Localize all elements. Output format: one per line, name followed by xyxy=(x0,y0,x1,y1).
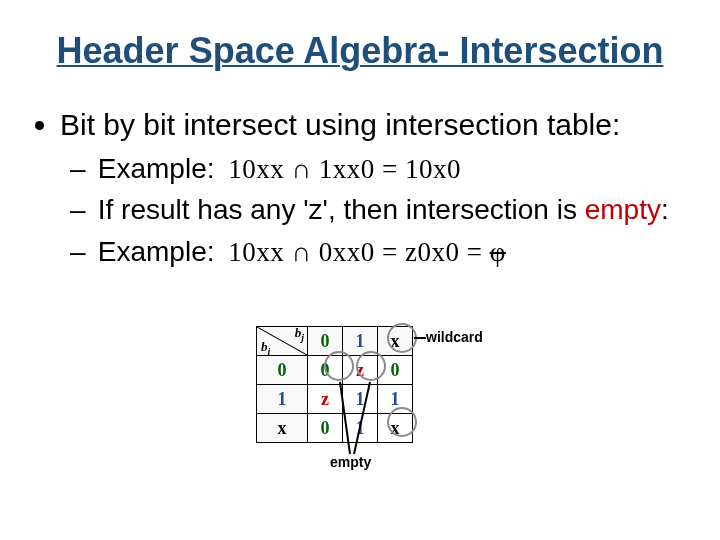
example2-math-phi: φ xyxy=(490,237,506,267)
intersection-table-wrap: bi bj 0 1 x 0 0 z 0 1 z 1 1 x 0 xyxy=(256,326,516,443)
svg-line-2 xyxy=(354,382,370,454)
wildcard-arrow xyxy=(414,337,426,339)
empty-arrow-icon xyxy=(330,376,380,456)
table-header-row: bi bj 0 1 x xyxy=(257,327,413,356)
cell-0-2: 0 xyxy=(378,356,413,385)
slide-title: Header Space Algebra- Intersection xyxy=(36,30,684,72)
empty-annotation: empty xyxy=(330,454,371,470)
row-axis-label: bi xyxy=(261,339,270,357)
bullet-main-text: Bit by bit intersect using intersection … xyxy=(60,108,620,141)
svg-line-1 xyxy=(340,382,350,454)
rule-before: If result has any 'z', then intersection… xyxy=(98,194,585,225)
row-header-0: 0 xyxy=(257,356,308,385)
sub-bullet-example2: Example: 10xx ∩ 0xx0 = z0x0 = φ xyxy=(90,233,684,271)
rule-empty-word: empty xyxy=(585,194,661,225)
col-header-x: x xyxy=(378,327,413,356)
example2-label: Example: xyxy=(98,236,215,267)
row-header-x: x xyxy=(257,414,308,443)
sub-bullet-list: Example: 10xx ∩ 1xx0 = 10x0 If result ha… xyxy=(60,150,684,271)
bullet-list: Bit by bit intersect using intersection … xyxy=(36,106,684,271)
example1-math: 10xx ∩ 1xx0 = 10x0 xyxy=(222,154,461,184)
sub-bullet-rule: If result has any 'z', then intersection… xyxy=(90,191,684,229)
example2-math-a: 10xx ∩ 0xx0 = z0x0 = xyxy=(228,237,489,267)
bullet-main: Bit by bit intersect using intersection … xyxy=(60,106,684,271)
col-header-0: 0 xyxy=(308,327,343,356)
sub-bullet-example1: Example: 10xx ∩ 1xx0 = 10x0 xyxy=(90,150,684,188)
row-header-1: 1 xyxy=(257,385,308,414)
axis-diagonal-cell: bi bj xyxy=(257,327,308,356)
slide: Header Space Algebra- Intersection Bit b… xyxy=(0,0,720,540)
col-header-1: 1 xyxy=(343,327,378,356)
wildcard-annotation: wildcard xyxy=(426,329,483,345)
cell-2-2: x xyxy=(378,414,413,443)
example2-math: 10xx ∩ 0xx0 = z0x0 = φ xyxy=(222,237,506,267)
rule-after: : xyxy=(661,194,669,225)
col-axis-label: bj xyxy=(295,325,304,343)
example1-label: Example: xyxy=(98,153,215,184)
cell-1-2: 1 xyxy=(378,385,413,414)
